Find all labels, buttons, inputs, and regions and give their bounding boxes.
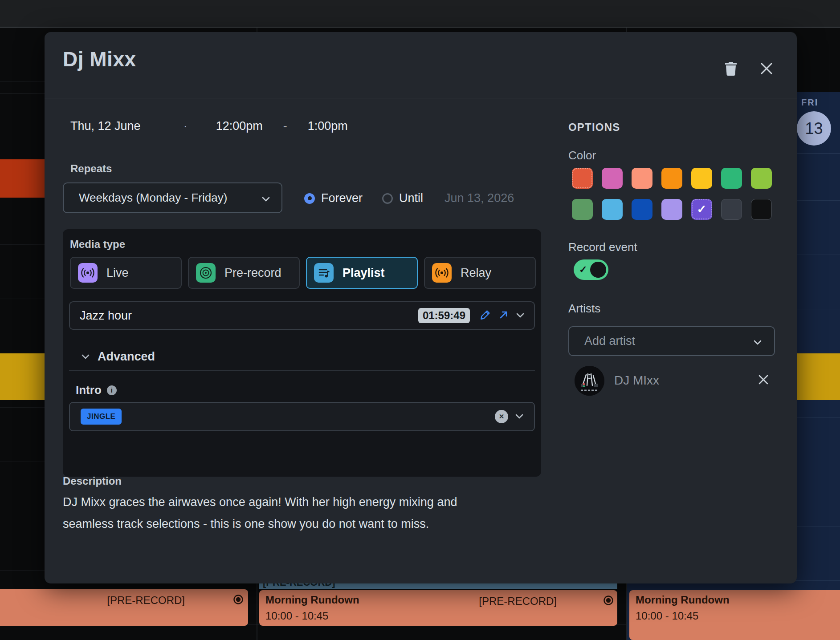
chevron-down-icon [754,334,762,348]
record-icon [233,594,244,607]
toggle-knob [590,262,606,278]
media-type-panel: Media type Live Pre-record Playlist [63,229,541,477]
color-label: Color [568,149,596,162]
duration-badge: 01:59:49 [418,308,470,323]
day-name-label: FRI [801,97,818,108]
record-event-toggle[interactable]: ✓ [574,259,608,280]
media-type-relay-button[interactable]: Relay [424,257,536,289]
media-type-label: Media type [70,238,125,251]
advanced-toggle[interactable]: Advanced [69,343,535,371]
open-playlist-button[interactable] [498,309,509,322]
advanced-label: Advanced [98,350,155,364]
repeats-label: Repeats [70,162,112,175]
check-icon: ✓ [691,199,712,220]
broadcast-icon [78,263,98,283]
datetime-row: Thu, 12 June · 12:00pm - 1:00pm [70,119,348,133]
remove-artist-button[interactable] [757,373,770,388]
forever-label: Forever [321,191,363,205]
prerecord-badge: [PRE-RECORD] [479,595,557,608]
artists-label: Artists [568,302,600,316]
color-swatch[interactable] [661,168,682,189]
day-number-badge[interactable]: 13 [797,111,831,146]
prerecord-badge: [PRE-RECORD] [107,594,185,607]
until-label: Until [399,191,423,205]
info-icon[interactable]: i [107,385,117,395]
calendar-event[interactable]: [PRE-RECORD] [0,589,248,626]
color-swatch[interactable] [572,199,593,220]
event-time: 10:00 - 10:45 [265,610,328,622]
repeats-value: Weekdays (Monday - Friday) [79,191,227,205]
event-editor-modal: Dj Mixx Thu, 12 June · 12:00pm - 1:00pm … [45,32,797,583]
start-time-field[interactable]: 12:00pm [216,119,263,133]
color-swatch[interactable] [721,199,742,220]
chevron-down-icon [82,353,90,361]
forever-radio[interactable] [304,193,315,204]
description-label: Description [63,475,122,487]
end-time-field[interactable]: 1:00pm [308,119,348,133]
playlist-name: Jazz hour [80,309,418,323]
delete-button[interactable] [721,60,741,79]
artist-row: DJ MIxx [575,365,775,396]
modal-title: Dj Mixx [63,47,136,71]
chevron-down-icon [516,312,524,320]
color-swatch[interactable] [602,168,623,189]
until-date-field[interactable]: Jun 13, 2026 [444,191,514,205]
intro-label: Intro [76,383,102,397]
close-icon [759,61,774,77]
color-swatch-row [572,168,772,189]
close-icon [757,373,770,388]
close-button[interactable] [757,60,776,79]
jingle-tag: JINGLE [81,409,122,425]
color-swatch[interactable] [602,199,623,220]
event-title: Morning Rundown [265,594,359,606]
color-swatch-selected[interactable]: ✓ [691,199,712,220]
expand-playlist-button[interactable] [516,312,524,320]
options-heading: OPTIONS [568,121,620,134]
until-radio[interactable] [382,193,393,204]
media-type-label-text: Live [106,266,129,280]
repeat-end-options: Forever Until Jun 13, 2026 [304,191,514,205]
event-time: 10:00 - 10:45 [636,610,698,622]
header-divider [45,98,797,98]
pencil-icon [480,309,491,322]
calendar-event[interactable]: Morning Rundown 10:00 - 10:45 [629,590,840,640]
date-field[interactable]: Thu, 12 June [70,119,141,133]
color-swatch[interactable] [661,199,682,220]
chevron-down-icon [515,413,523,421]
color-swatch[interactable] [751,168,772,189]
intro-select[interactable]: JINGLE ✕ [69,402,535,431]
artist-avatar [575,366,604,396]
calendar-event[interactable]: Morning Rundown 10:00 - 10:45 [PRE-RECOR… [259,590,617,626]
add-artist-select[interactable]: Add artist [568,326,775,356]
description-text[interactable]: DJ Mixx graces the airwaves once again! … [63,491,486,535]
dot-separator: · [183,119,188,133]
arrow-up-right-icon [498,309,509,322]
media-type-prerecord-button[interactable]: Pre-record [188,257,300,289]
event-title: Morning Rundown [636,594,730,606]
color-swatch[interactable] [632,168,652,189]
playlist-icon [314,263,334,283]
media-type-live-button[interactable]: Live [70,257,182,289]
color-swatch-row: ✓ [572,199,772,220]
color-swatch[interactable] [691,168,712,189]
media-type-label-text: Playlist [343,266,385,280]
color-swatch[interactable] [721,168,742,189]
add-artist-placeholder: Add artist [584,334,754,348]
playlist-field[interactable]: Jazz hour 01:59:49 [69,301,535,330]
color-swatch[interactable] [572,168,593,189]
trash-icon [724,61,738,78]
artist-name: DJ MIxx [614,373,757,388]
media-type-label-text: Relay [461,266,491,280]
color-swatch[interactable] [751,199,772,220]
edit-playlist-button[interactable] [480,309,491,322]
top-bar [0,0,840,28]
app-screen: FRI 13 [PRE-RECORD] [PRE-RECORD] Morning… [0,0,840,640]
repeats-select[interactable]: Weekdays (Monday - Friday) [63,182,282,213]
record-event-label: Record event [568,240,637,254]
media-type-playlist-button[interactable]: Playlist [306,257,418,289]
broadcast-icon [432,263,452,283]
color-swatch[interactable] [632,199,652,220]
vinyl-icon [196,263,216,283]
clear-icon[interactable]: ✕ [495,410,508,423]
check-icon: ✓ [579,264,587,275]
